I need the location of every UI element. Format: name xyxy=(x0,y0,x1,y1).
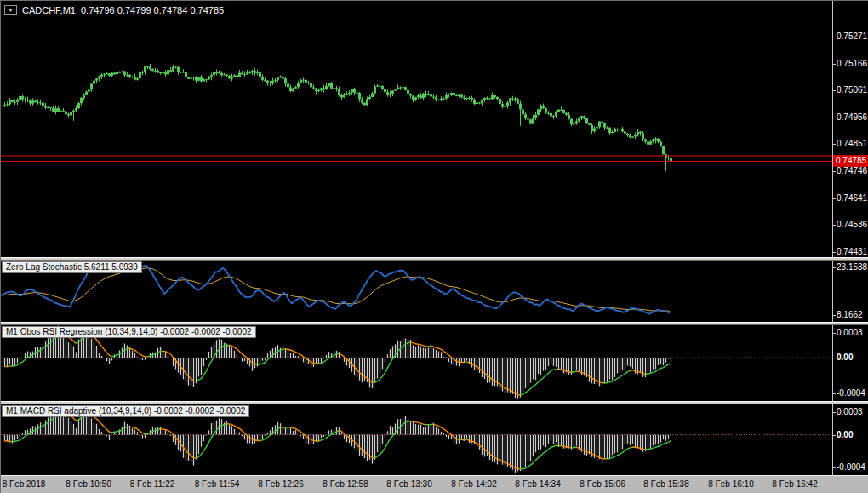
rsi-scale-label: 0.0003 xyxy=(837,328,863,337)
time-scale[interactable]: 8 Feb 20188 Feb 10:508 Feb 11:228 Feb 11… xyxy=(1,475,868,493)
time-axis-label: 8 Feb 16:10 xyxy=(708,479,753,489)
macd-indicator-label: M1 MACD RSI adaptive (10,34,9,14,0) -0.0… xyxy=(2,405,249,417)
macd-zero-label: 0.00 xyxy=(837,430,853,439)
pane-separator[interactable] xyxy=(1,401,868,404)
time-axis-label: 8 Feb 16:42 xyxy=(772,479,817,489)
time-axis-label: 8 Feb 12:26 xyxy=(258,479,303,489)
price-axis-label: 0.74641 xyxy=(837,193,867,203)
time-axis-label: 8 Feb 11:54 xyxy=(195,479,240,489)
price-axis-label: 0.74431 xyxy=(837,247,867,256)
stoch-scale-label: 23.1538 xyxy=(837,262,867,272)
price-axis-label: 0.74956 xyxy=(837,112,867,122)
price-chart-pane[interactable]: ▼ CADCHF,M1 0.74796 0.74799 0.74784 0.74… xyxy=(1,2,833,257)
time-axis-label: 8 Feb 14:34 xyxy=(515,479,560,489)
pane-separator[interactable] xyxy=(1,257,868,261)
rsi-zero-label: 0.00 xyxy=(837,353,853,362)
price-axis-label: 0.74536 xyxy=(837,220,867,229)
time-axis-label: 8 Feb 11:22 xyxy=(130,479,175,489)
price-axis-label: 0.75061 xyxy=(837,85,867,95)
time-axis-label: 8 Feb 2018 xyxy=(3,479,46,489)
pane-separator[interactable] xyxy=(1,322,868,325)
symbol-timeframe-label: CADCHF,M1 xyxy=(22,5,76,15)
price-axis-label: 0.74851 xyxy=(837,139,867,148)
one-click-trading-button[interactable]: ▼ xyxy=(4,5,17,15)
candlestick-canvas xyxy=(1,2,833,257)
current-price-tag: 0.74785 xyxy=(833,155,868,167)
quote-ohlc-label: 0.74796 0.74799 0.74784 0.74785 xyxy=(81,5,224,15)
rsi-regression-indicator-label: M1 Obos RSI Regression (10,34,9,14,0) -0… xyxy=(2,326,256,338)
rsi-scale-label: -0.0004 xyxy=(837,388,865,398)
mt4-chart-window: ▼ CADCHF,M1 0.74796 0.74799 0.74784 0.74… xyxy=(0,0,868,493)
macd-pane[interactable]: M1 MACD RSI adaptive (10,34,9,14,0) -0.0… xyxy=(1,404,833,475)
price-axis-label: 0.74746 xyxy=(837,166,867,175)
rsi-regression-pane[interactable]: M1 Obos RSI Regression (10,34,9,14,0) -0… xyxy=(1,325,833,401)
macd-scale-label: -0.0004 xyxy=(837,462,865,472)
time-axis-label: 8 Feb 14:02 xyxy=(451,479,496,489)
time-axis-label: 8 Feb 12:58 xyxy=(323,479,368,489)
time-axis-label: 8 Feb 15:06 xyxy=(580,479,625,489)
quote-header: ▼ CADCHF,M1 0.74796 0.74799 0.74784 0.74… xyxy=(4,5,224,15)
stochastic-pane[interactable]: Zero Lag Stochastic 5.6211 5.0939 xyxy=(1,261,833,322)
time-axis-label: 8 Feb 10:50 xyxy=(66,479,111,489)
stochastic-indicator-label: Zero Lag Stochastic 5.6211 5.0939 xyxy=(2,261,142,273)
time-axis-label: 8 Feb 13:30 xyxy=(386,479,431,489)
price-axis-label: 0.75271 xyxy=(837,32,867,41)
time-axis-label: 8 Feb 15:38 xyxy=(643,479,688,489)
macd-scale-label: 0.0003 xyxy=(837,407,863,416)
stoch-scale-label: 8.1662 xyxy=(837,310,863,319)
price-axis-label: 0.75166 xyxy=(837,59,867,68)
